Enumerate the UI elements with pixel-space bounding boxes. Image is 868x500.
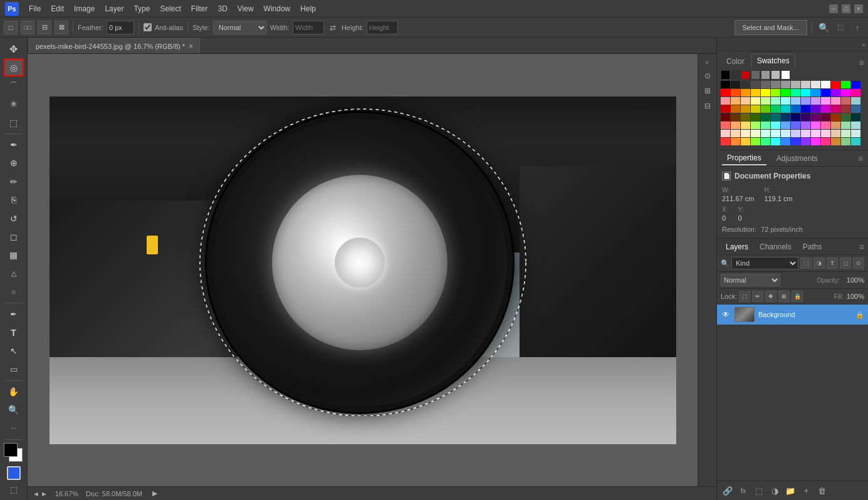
layer-new-btn[interactable]: ＋ xyxy=(799,484,813,497)
swatch-cell-3-3[interactable] xyxy=(751,105,760,113)
swatch-cell-2-10[interactable] xyxy=(821,97,830,105)
swatch-cell-4-9[interactable] xyxy=(811,113,820,121)
swatch-cell-1-10[interactable] xyxy=(821,89,830,96)
swatch-cell-2-3[interactable] xyxy=(751,97,760,105)
menu-select[interactable]: Select xyxy=(155,3,186,15)
eyedropper-tool[interactable]: ✒ xyxy=(4,136,24,154)
swatch-cell-1-0[interactable] xyxy=(721,89,730,96)
arrange-btn[interactable]: ⊟ xyxy=(701,99,714,113)
swatch-cell-1-11[interactable] xyxy=(831,89,840,96)
menu-view[interactable]: View xyxy=(233,3,259,15)
pen-tool[interactable]: ✒ xyxy=(4,305,24,323)
swatch-cell-3-10[interactable] xyxy=(821,105,830,113)
swatch-cell-4-2[interactable] xyxy=(741,113,750,121)
swatch-cell-1-5[interactable] xyxy=(771,89,780,96)
swatch-cell-3-4[interactable] xyxy=(761,105,770,113)
swatch-cell-3-9[interactable] xyxy=(811,105,820,113)
healing-brush-tool[interactable]: ⊕ xyxy=(4,154,24,172)
swatch-cell-2-4[interactable] xyxy=(761,97,770,105)
extra-tools[interactable]: ··· xyxy=(4,419,24,437)
menu-window[interactable]: Window xyxy=(259,3,296,15)
screen-mode-btn[interactable]: ⬚ xyxy=(4,482,24,497)
swatch-cell-6-8[interactable] xyxy=(801,130,810,137)
swatch-cell-4-11[interactable] xyxy=(831,113,840,121)
tab-color[interactable]: Color xyxy=(721,55,750,68)
swatch-cell-6-4[interactable] xyxy=(761,130,770,137)
eraser-tool[interactable]: ◻ xyxy=(4,228,24,246)
lock-edit-btn[interactable]: ✏ xyxy=(752,291,763,302)
menu-file[interactable]: File xyxy=(24,3,46,15)
swatch-cell-2-11[interactable] xyxy=(831,97,840,105)
workspace-btn[interactable]: ⬚ xyxy=(834,21,847,34)
brush-tool[interactable]: ✏ xyxy=(4,173,24,190)
swatch-cell-0-2[interactable] xyxy=(741,81,750,88)
foreground-color[interactable] xyxy=(4,443,18,457)
layer-visibility-eye[interactable]: 👁 xyxy=(721,310,731,320)
swatch-cell-4-1[interactable] xyxy=(731,113,740,121)
layer-fx-btn[interactable]: fx xyxy=(736,484,750,497)
collapse-panels-btn[interactable]: « xyxy=(862,41,865,48)
antialias-checkbox[interactable] xyxy=(144,23,152,31)
swatch-cell-1-3[interactable] xyxy=(751,89,760,96)
swatch-cell-0-5[interactable] xyxy=(771,81,780,88)
swatch-cell-4-10[interactable] xyxy=(821,113,830,121)
filter-type-btn[interactable]: T xyxy=(827,258,838,269)
search-btn[interactable]: 🔍 xyxy=(817,21,830,34)
swatch-cell-1-4[interactable] xyxy=(761,89,770,96)
swatch-cell-4-8[interactable] xyxy=(801,113,810,121)
layers-menu-btn[interactable]: ≡ xyxy=(859,242,864,252)
lock-artboard-btn[interactable]: ⊞ xyxy=(778,291,790,302)
magic-wand-tool[interactable]: ✳ xyxy=(4,95,24,113)
swatch-cell-7-12[interactable] xyxy=(841,138,850,145)
quick-mask-mode[interactable] xyxy=(4,465,24,481)
select-mask-button[interactable]: Select and Mask... xyxy=(735,20,808,35)
feather-input[interactable] xyxy=(107,21,134,34)
swatch-cell-1-8[interactable] xyxy=(801,89,810,96)
menu-type[interactable]: Type xyxy=(128,3,155,15)
swatch-cell-5-6[interactable] xyxy=(781,122,790,129)
next-btn[interactable]: ► xyxy=(41,490,48,497)
swatch-cell-0-6[interactable] xyxy=(781,81,790,88)
layer-folder-btn[interactable]: 📁 xyxy=(783,484,797,497)
swatch-cell-6-6[interactable] xyxy=(781,130,790,137)
layer-link-btn[interactable]: 🔗 xyxy=(721,484,735,497)
subtract-selection-btn[interactable]: ⊟ xyxy=(38,21,51,34)
ruler-btn[interactable]: ⊞ xyxy=(701,84,714,98)
restore-button[interactable]: □ xyxy=(842,4,850,13)
swatch-cell-3-11[interactable] xyxy=(831,105,840,113)
swatch-cell-0-4[interactable] xyxy=(761,81,770,88)
lock-all-btn[interactable]: 🔒 xyxy=(792,291,803,302)
swatch-cell-3-6[interactable] xyxy=(781,105,790,113)
swatch-cell-5-2[interactable] xyxy=(741,122,750,129)
close-button[interactable]: × xyxy=(854,4,863,13)
menu-filter[interactable]: Filter xyxy=(186,3,213,15)
tab-layers[interactable]: Layers xyxy=(721,241,753,253)
history-brush-tool[interactable]: ↺ xyxy=(4,209,24,227)
swatch-cell-4-6[interactable] xyxy=(781,113,790,121)
swatch-cell-3-12[interactable] xyxy=(841,105,850,113)
swatch-cell-7-3[interactable] xyxy=(751,138,760,145)
swatch-cell-1-1[interactable] xyxy=(731,89,740,96)
crop-tool[interactable]: ⬚ xyxy=(4,114,24,132)
swatch-cell-1-2[interactable] xyxy=(741,89,750,96)
swatch-cell-5-3[interactable] xyxy=(751,122,760,129)
swatch-cell-3-2[interactable] xyxy=(741,105,750,113)
swatch-gray3[interactable] xyxy=(771,70,780,80)
share-btn[interactable]: ↑ xyxy=(850,21,864,34)
swatch-dark1[interactable] xyxy=(731,70,740,80)
swatch-cell-5-13[interactable] xyxy=(851,122,860,129)
collapse-right-btn[interactable]: « xyxy=(701,56,714,68)
swatch-cell-4-7[interactable] xyxy=(791,113,800,121)
layer-item-background[interactable]: 👁 Background 🔒 xyxy=(717,305,868,325)
swatch-cell-2-0[interactable] xyxy=(721,97,730,105)
swatch-cell-4-12[interactable] xyxy=(841,113,850,121)
swatch-cell-5-1[interactable] xyxy=(731,122,740,129)
canvas-container[interactable]: @keyframes dash { to { stroke-dashoffset… xyxy=(28,54,698,486)
swatch-cell-0-0[interactable] xyxy=(721,81,730,88)
swatch-cell-2-13[interactable] xyxy=(851,97,860,105)
swatch-cell-4-3[interactable] xyxy=(751,113,760,121)
swatch-cell-1-9[interactable] xyxy=(811,89,820,96)
filter-smart-btn[interactable]: ⊙ xyxy=(853,258,864,269)
path-selection-tool[interactable]: ↖ xyxy=(4,342,24,360)
layer-mask-btn[interactable]: ⬚ xyxy=(752,484,766,497)
